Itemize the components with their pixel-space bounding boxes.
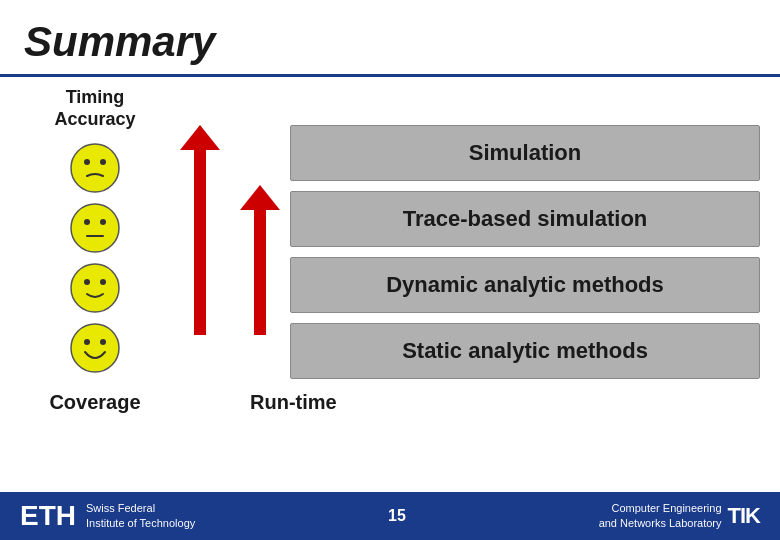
trace-based-box: Trace-based simulation bbox=[290, 191, 760, 247]
coverage-label: Coverage bbox=[20, 391, 170, 414]
page-header: Summary bbox=[0, 0, 780, 77]
arrows-section bbox=[170, 125, 290, 345]
smiley-2 bbox=[69, 202, 121, 254]
dynamic-methods-box: Dynamic analytic methods bbox=[290, 257, 760, 313]
main-content: Timing Accuracy bbox=[0, 87, 780, 379]
svg-point-7 bbox=[71, 264, 119, 312]
svg-rect-13 bbox=[194, 145, 206, 335]
right-section: Simulation Trace-based simulation Dynami… bbox=[290, 125, 760, 379]
svg-point-4 bbox=[84, 219, 90, 225]
footer-right-text: Computer Engineering and Networks Labora… bbox=[599, 501, 722, 532]
smiley-3 bbox=[69, 262, 121, 314]
footer-right: Computer Engineering and Networks Labora… bbox=[599, 501, 760, 532]
footer-left: ETH Swiss Federal Institute of Technolog… bbox=[20, 500, 195, 532]
svg-marker-14 bbox=[180, 125, 220, 150]
arrows-container bbox=[180, 125, 280, 345]
svg-point-11 bbox=[84, 339, 90, 345]
svg-point-5 bbox=[100, 219, 106, 225]
left-arrow bbox=[180, 125, 220, 345]
footer-institute: Swiss Federal Institute of Technology bbox=[86, 501, 195, 532]
svg-point-2 bbox=[100, 159, 106, 165]
static-methods-box: Static analytic methods bbox=[290, 323, 760, 379]
svg-rect-15 bbox=[254, 205, 266, 335]
svg-marker-16 bbox=[240, 185, 280, 210]
svg-point-3 bbox=[71, 204, 119, 252]
smiley-1 bbox=[69, 142, 121, 194]
page-title: Summary bbox=[24, 18, 756, 66]
left-section: Timing Accuracy bbox=[20, 87, 170, 374]
smiley-4 bbox=[69, 322, 121, 374]
page-number: 15 bbox=[388, 507, 406, 525]
svg-point-10 bbox=[71, 324, 119, 372]
smiley-row bbox=[69, 142, 121, 374]
footer: ETH Swiss Federal Institute of Technolog… bbox=[0, 492, 780, 540]
right-arrow bbox=[240, 125, 280, 345]
bottom-labels: Coverage Run-time bbox=[0, 391, 780, 414]
simulation-box: Simulation bbox=[290, 125, 760, 181]
svg-point-12 bbox=[100, 339, 106, 345]
svg-point-9 bbox=[100, 279, 106, 285]
svg-point-8 bbox=[84, 279, 90, 285]
svg-point-0 bbox=[71, 144, 119, 192]
tik-logo: TIK bbox=[728, 503, 760, 529]
svg-point-1 bbox=[84, 159, 90, 165]
runtime-label: Run-time bbox=[250, 391, 337, 414]
timing-accuracy-label: Timing Accuracy bbox=[54, 87, 135, 130]
eth-logo: ETH bbox=[20, 500, 76, 532]
